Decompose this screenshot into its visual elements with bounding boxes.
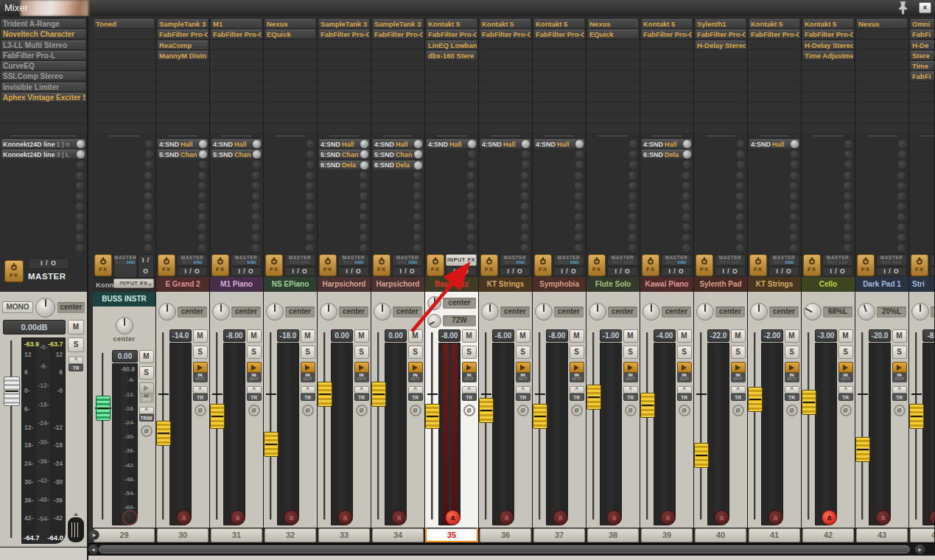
send-knob-icon[interactable] bbox=[360, 161, 368, 169]
phase-button[interactable]: ø bbox=[894, 405, 906, 416]
fader-thumb[interactable] bbox=[156, 421, 171, 446]
fader-thumb[interactable] bbox=[802, 390, 816, 415]
fx-insert[interactable]: Toned bbox=[94, 19, 154, 28]
scroll-right-button[interactable]: ▶ bbox=[915, 545, 925, 554]
automation-button[interactable]: ^TR bbox=[731, 386, 746, 401]
fader-thumb[interactable] bbox=[479, 398, 494, 423]
send[interactable]: 4:SND Hall bbox=[158, 139, 208, 148]
pan-value[interactable]: center bbox=[715, 307, 745, 318]
record-arm-button[interactable]: a bbox=[606, 510, 622, 525]
track-name[interactable]: Flute Solo bbox=[586, 277, 640, 292]
fx-insert[interactable]: SampleTank 3 bbox=[158, 19, 208, 28]
send-knob-icon[interactable] bbox=[791, 140, 799, 148]
track-fx-button[interactable]: FX bbox=[480, 254, 498, 276]
fx-insert[interactable]: Omni bbox=[911, 19, 935, 28]
master-pan-knob[interactable] bbox=[35, 298, 55, 318]
pan-knob[interactable] bbox=[427, 314, 441, 328]
volume-display[interactable]: 0.00 bbox=[385, 329, 407, 342]
io-button[interactable]: I / O bbox=[876, 267, 907, 276]
pan-knob[interactable] bbox=[320, 303, 337, 321]
pan-knob[interactable] bbox=[589, 303, 606, 321]
master-solo-button[interactable]: S bbox=[68, 337, 84, 352]
track-number[interactable]: 32 bbox=[265, 528, 316, 542]
fx-insert[interactable]: Noveltech Character bbox=[1, 29, 85, 38]
track-name[interactable]: KT Strings bbox=[479, 277, 532, 292]
solo-button[interactable]: S bbox=[677, 346, 692, 359]
fader-thumb[interactable] bbox=[318, 382, 332, 407]
track-fx-button[interactable]: FX bbox=[427, 254, 444, 276]
solo-button[interactable]: S bbox=[462, 346, 477, 359]
send-knob-icon[interactable] bbox=[360, 140, 368, 148]
horizontal-scrollbar[interactable]: ◀ ▶ bbox=[88, 543, 935, 555]
fader[interactable] bbox=[588, 329, 600, 525]
phase-button[interactable]: ø bbox=[517, 405, 529, 416]
monitor-button[interactable] bbox=[408, 362, 423, 373]
send-knob-icon[interactable] bbox=[575, 140, 584, 148]
monitor-button[interactable] bbox=[623, 362, 638, 373]
solo-button[interactable]: S bbox=[570, 346, 584, 359]
pan-knob[interactable] bbox=[481, 303, 499, 321]
fx-insert[interactable]: SampleTank 3 bbox=[373, 19, 423, 28]
send-knob-icon[interactable] bbox=[253, 140, 261, 148]
fx-insert[interactable]: L3-LL Multi Stereo bbox=[1, 41, 85, 49]
pan-knob[interactable] bbox=[911, 303, 929, 321]
mute-button[interactable]: M bbox=[516, 329, 530, 343]
width-value[interactable]: 72W bbox=[443, 315, 476, 326]
routing-info[interactable]: MASTERRCVSND bbox=[876, 254, 907, 266]
send[interactable]: 6:SND Dela bbox=[642, 150, 692, 158]
track-fx-button[interactable]: FX bbox=[696, 254, 713, 276]
pan-knob[interactable] bbox=[804, 303, 822, 321]
fader[interactable] bbox=[427, 329, 438, 525]
mute-button[interactable]: M bbox=[462, 329, 477, 343]
automation-button[interactable]: ^TR bbox=[301, 386, 315, 401]
routing-info[interactable]: MASTERRCVSND bbox=[284, 254, 315, 266]
send[interactable]: 4:SND Hall bbox=[427, 139, 477, 148]
volume-display[interactable]: -3.00 bbox=[815, 329, 837, 342]
master-fader-thumb[interactable] bbox=[4, 377, 20, 406]
input-fx-button[interactable]: INPUT FX bbox=[446, 254, 477, 266]
track-fx-button[interactable]: FX bbox=[588, 254, 606, 276]
volume-display[interactable]: -8.00 bbox=[438, 329, 461, 342]
fx-insert[interactable]: Nexus bbox=[265, 19, 315, 28]
mute-button[interactable]: M bbox=[301, 329, 315, 343]
mute-button[interactable]: M bbox=[570, 329, 584, 343]
fader-thumb[interactable] bbox=[855, 437, 870, 462]
track-number[interactable]: 33 bbox=[318, 528, 370, 542]
routing-info[interactable]: MASTERRCVSND bbox=[930, 254, 935, 266]
scrollbar-thumb[interactable] bbox=[99, 545, 910, 553]
pan-knob[interactable] bbox=[374, 303, 391, 321]
fx-insert[interactable]: H-Delay Stereo bbox=[803, 41, 853, 49]
pan-value[interactable]: center bbox=[178, 307, 207, 318]
automation-button[interactable]: ^TR bbox=[892, 386, 907, 401]
volume-display[interactable]: -18.0 bbox=[277, 329, 299, 342]
fx-insert[interactable]: FabFilter Pro-C bbox=[158, 29, 208, 38]
send-knob-icon[interactable] bbox=[199, 150, 207, 158]
fx-insert[interactable]: EQuick bbox=[265, 29, 315, 38]
mute-button[interactable]: M bbox=[892, 329, 907, 343]
routing-info[interactable]: MASTERRCVSND bbox=[661, 254, 692, 266]
fader-thumb[interactable] bbox=[264, 432, 279, 457]
automation-button[interactable]: ^TR bbox=[677, 386, 692, 401]
solo-button[interactable]: S bbox=[139, 366, 154, 379]
record-arm-button[interactable]: a bbox=[553, 510, 568, 525]
fx-insert[interactable]: Sylenth1 bbox=[696, 19, 746, 28]
hardware-mixer-icon[interactable] bbox=[68, 517, 84, 542]
fader-thumb[interactable] bbox=[425, 404, 440, 429]
fader[interactable] bbox=[642, 329, 654, 525]
io-button[interactable]: I / O bbox=[768, 267, 799, 276]
automation-button[interactable]: ^TR bbox=[838, 386, 853, 401]
volume-display[interactable]: -4.00 bbox=[654, 329, 676, 342]
send-knob-icon[interactable] bbox=[253, 150, 261, 158]
fader-thumb[interactable] bbox=[748, 387, 763, 412]
track-list-scroll-button[interactable]: ▶ bbox=[89, 530, 99, 540]
track-number[interactable]: 29 bbox=[94, 528, 155, 542]
routing-info[interactable]: MASTERRCVSND bbox=[768, 254, 799, 266]
scroll-left-button[interactable]: ◀ bbox=[88, 545, 98, 554]
fader-thumb[interactable] bbox=[210, 404, 225, 429]
monitor-button[interactable] bbox=[838, 362, 853, 373]
solo-button[interactable]: S bbox=[301, 346, 315, 359]
pan-value[interactable]: center bbox=[500, 307, 530, 318]
fx-insert[interactable]: Nexus bbox=[857, 19, 907, 28]
send[interactable]: 5:SND Chan bbox=[373, 150, 423, 158]
fx-insert[interactable]: H-Delay Stereo bbox=[696, 41, 746, 49]
